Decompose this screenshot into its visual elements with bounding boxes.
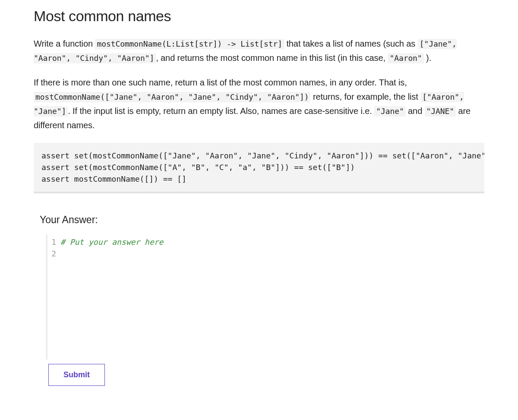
problem-paragraph-2: If there is more than one such name, ret… bbox=[34, 76, 484, 133]
inline-code-example-output: "Aaron" bbox=[388, 53, 423, 63]
text: , and returns the most common name in th… bbox=[156, 53, 388, 63]
text: Write a function bbox=[34, 39, 95, 48]
inline-code-call: mostCommonName(["Jane", "Aaron", "Jane",… bbox=[34, 92, 310, 102]
inline-code-jane: "Jane" bbox=[374, 106, 405, 117]
text: If there is more than one such name, ret… bbox=[34, 78, 407, 87]
submit-button[interactable]: Submit bbox=[48, 364, 105, 386]
text: . If the input list is empty, return an … bbox=[68, 106, 374, 116]
inline-code-signature: mostCommonName(L:List[str]) -> List[str] bbox=[95, 39, 284, 49]
editor-content[interactable]: # Put your answer here bbox=[59, 234, 484, 360]
text: that takes a list of names (such as bbox=[284, 39, 418, 48]
text: returns, for example, the list bbox=[310, 92, 420, 101]
editor-line-comment: # Put your answer here bbox=[60, 237, 163, 246]
editor-gutter: 1 2 bbox=[47, 234, 59, 360]
answer-heading: Your Answer: bbox=[40, 214, 484, 226]
page-title: Most common names bbox=[34, 8, 484, 25]
assertion-code-block: assert set(mostCommonName(["Jane", "Aaro… bbox=[34, 143, 484, 193]
inline-code-jane-upper: "JANE" bbox=[425, 106, 456, 117]
problem-paragraph-1: Write a function mostCommonName(L:List[s… bbox=[34, 37, 484, 65]
line-number: 1 bbox=[47, 236, 56, 248]
text: ). bbox=[424, 53, 431, 63]
text: and bbox=[406, 106, 425, 116]
line-number: 2 bbox=[47, 248, 56, 259]
page: Most common names Write a function mostC… bbox=[0, 0, 518, 420]
code-editor[interactable]: 1 2 # Put your answer here bbox=[46, 234, 484, 360]
